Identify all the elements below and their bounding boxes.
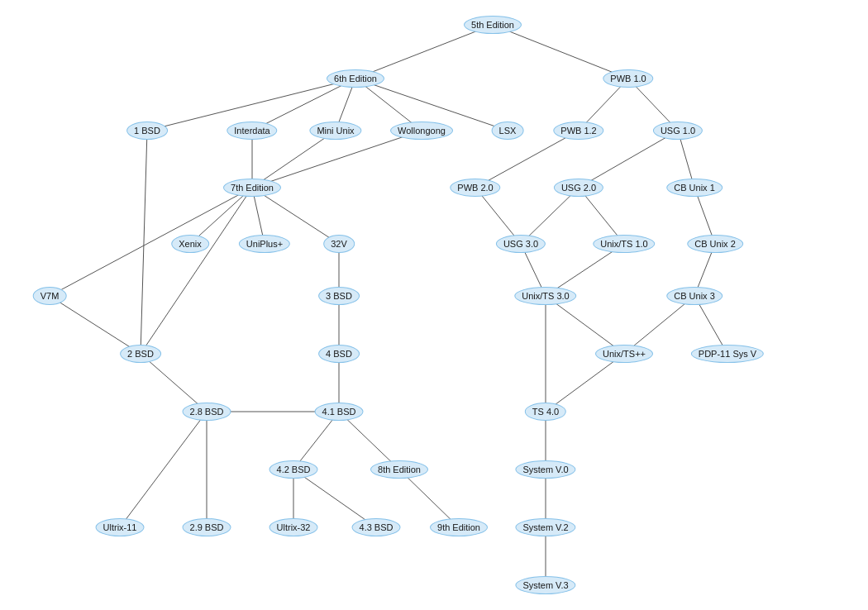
node-42bsd: 4.2 BSD [269,460,318,479]
node-wollongong: Wollongong [390,122,453,140]
node-unix_ts_30: Unix/TS 3.0 [514,287,576,305]
svg-line-40 [546,354,624,412]
node-4bsd: 4 BSD [318,345,360,363]
svg-line-12 [475,131,579,188]
node-7th_edition: 7th Edition [223,179,281,197]
node-43bsd: 4.3 BSD [352,518,401,536]
node-pdp11_sysv: PDP-11 Sys V [691,345,764,363]
node-interdata: Interdata [227,122,277,140]
svg-line-43 [120,412,207,527]
node-lsx: LSX [492,122,524,140]
svg-line-34 [141,131,147,354]
node-2bsd: 2 BSD [120,345,161,363]
node-v7m: V7M [33,287,67,305]
node-3bsd: 3 BSD [318,287,360,305]
node-system_v2: System V.2 [515,518,575,536]
node-5th_edition: 5th Edition [464,16,522,34]
node-6th_edition: 6th Edition [327,69,384,88]
node-28bsd: 2.8 BSD [183,403,231,421]
svg-line-36 [141,188,252,354]
node-ultrix11: Ultrix-11 [96,518,145,536]
svg-line-13 [579,131,678,188]
node-cb_unix1: CB Unix 1 [666,179,723,197]
node-mini_unix: Mini Unix [309,122,361,140]
node-ts_40: TS 4.0 [525,403,566,421]
node-system_v3: System V.3 [515,576,575,594]
node-xenix: Xenix [171,235,209,253]
node-pwb_10: PWB 1.0 [603,69,653,88]
node-cb_unix2: CB Unix 2 [687,235,743,253]
node-1bsd: 1 BSD [126,122,168,140]
node-ultrix32: Ultrix-32 [269,518,318,536]
node-usg_20: USG 2.0 [554,179,603,197]
node-usg_10: USG 1.0 [653,122,703,140]
node-8th_edition: 8th Edition [370,460,428,479]
node-pwb_20: PWB 2.0 [450,179,500,197]
node-29bsd: 2.9 BSD [183,518,231,536]
node-uniplus: UniPlus+ [239,235,290,253]
node-32v: 32V [323,235,355,253]
node-usg_30: USG 3.0 [496,235,546,253]
svg-line-18 [50,188,252,296]
node-41bsd: 4.1 BSD [315,403,364,421]
node-system_v0: System V.0 [515,460,575,479]
svg-line-1 [493,25,628,79]
svg-line-0 [355,25,493,79]
node-unix_ts_10: Unix/TS 1.0 [593,235,655,253]
node-cb_unix3: CB Unix 3 [666,287,723,305]
node-9th_edition: 9th Edition [430,518,488,536]
diagram-container: 5th Edition6th EditionPWB 1.01 BSDInterd… [0,0,868,610]
node-unix_tspp: Unix/TS++ [595,345,653,363]
svg-line-33 [50,296,141,354]
node-pwb_12: PWB 1.2 [553,122,603,140]
